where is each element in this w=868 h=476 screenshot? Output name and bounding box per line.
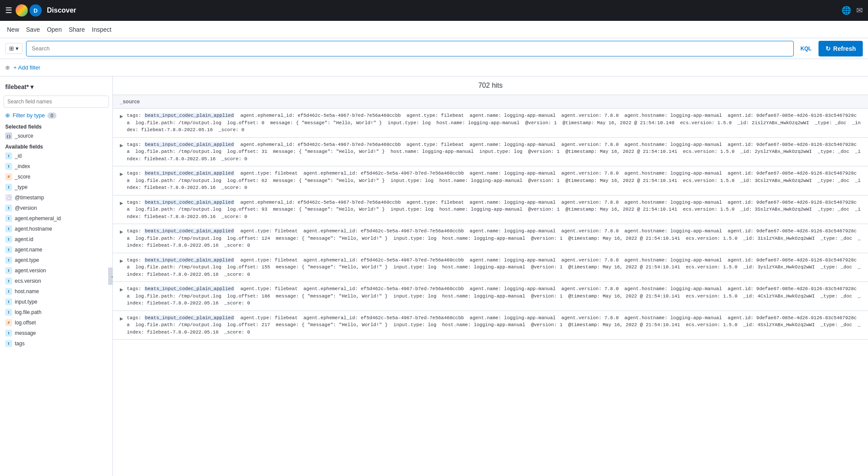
search-input[interactable]	[32, 45, 788, 52]
field-agent-id[interactable]: t agent.id	[0, 234, 112, 245]
row-content: tags: beats_input_codec_plain_applied ag…	[127, 257, 861, 278]
field-message[interactable]: t message	[0, 328, 112, 338]
refresh-button[interactable]: ↻ Refresh	[818, 41, 863, 56]
field-name-agent-ephemeral-id: agent.ephemeral_id	[15, 215, 107, 221]
field-name-agent-id: agent.id	[15, 236, 107, 242]
field-agent-version[interactable]: t agent.version	[0, 265, 112, 276]
index-pattern-dropdown[interactable]: filebeat* ▾	[0, 80, 112, 94]
pattern-name: filebeat*	[5, 83, 29, 90]
refresh-icon: ↻	[825, 45, 831, 52]
elastic-logo	[16, 4, 28, 17]
menu-inspect[interactable]: Inspect	[92, 24, 112, 35]
table-row: ▶ tags: beats_input_codec_plain_applied …	[113, 195, 868, 225]
field-icon-t: t	[5, 330, 12, 337]
table-row: ▶ tags: beats_input_codec_plain_applied …	[113, 282, 868, 311]
field-type[interactable]: t _type	[0, 182, 112, 192]
field-icon-t: t	[5, 267, 12, 274]
table-row: ▶ tags: beats_input_codec_plain_applied …	[113, 138, 868, 167]
field-icon-hash: #	[5, 173, 12, 180]
expand-row-button[interactable]: ▶	[120, 315, 123, 336]
field-agent-name[interactable]: t agent.name	[0, 245, 112, 255]
field-icon-t: t	[5, 257, 12, 264]
hamburger-icon[interactable]: ☰	[5, 6, 12, 15]
field-icon-t: t	[5, 236, 12, 243]
field-score[interactable]: # _score	[0, 172, 112, 182]
chevron-down-icon: ▾	[16, 45, 19, 52]
field-agent-hostname[interactable]: t agent.hostname	[0, 224, 112, 234]
field-id[interactable]: t _id	[0, 151, 112, 161]
field-version-at[interactable]: t @version	[0, 203, 112, 213]
field-name-log-file-path: log.file.path	[15, 309, 107, 315]
globe-icon[interactable]: 🌐	[842, 6, 851, 15]
kql-badge[interactable]: KQL	[797, 46, 815, 52]
results-hits-header: 702 hits	[113, 76, 868, 95]
expand-row-button[interactable]: ▶	[120, 200, 123, 221]
index-pattern-selector[interactable]: ⊞ ▾	[5, 43, 23, 54]
selected-field-source[interactable]: { } _source	[0, 131, 112, 141]
collapse-icon: ‹	[112, 273, 113, 280]
menu-share[interactable]: Share	[69, 24, 85, 35]
app-title: Discover	[47, 7, 76, 14]
hits-label: hits	[492, 82, 503, 89]
table-row: ▶ tags: beats_input_codec_plain_applied …	[113, 109, 868, 138]
field-host-name[interactable]: t host.name	[0, 286, 112, 297]
mail-icon[interactable]: ✉	[856, 6, 863, 15]
row-content: tags: beats_input_codec_plain_applied ag…	[127, 285, 861, 307]
menu-save[interactable]: Save	[26, 24, 40, 35]
field-icon-t: t	[5, 163, 12, 170]
expand-row-button[interactable]: ▶	[120, 113, 123, 134]
table-row: ▶ tags: beats_input_codec_plain_applied …	[113, 166, 868, 195]
filter-icon: ⊕	[5, 64, 10, 71]
field-search-input[interactable]	[3, 96, 109, 108]
field-index[interactable]: t _index	[0, 161, 112, 172]
row-content: tags: beats_input_codec_plain_applied ag…	[127, 228, 861, 249]
field-icon-t: t	[5, 225, 12, 232]
expand-row-button[interactable]: ▶	[120, 171, 123, 192]
field-tags[interactable]: t tags	[0, 338, 112, 349]
field-icon-t: t	[5, 205, 12, 212]
field-name-timestamp: @timestamp	[15, 195, 107, 201]
field-name-version-at: @version	[15, 205, 107, 211]
field-name-message: message	[15, 330, 107, 336]
field-icon-t: t	[5, 278, 12, 284]
field-name-score: _score	[15, 174, 107, 180]
field-agent-type[interactable]: t agent.type	[0, 255, 112, 265]
field-timestamp[interactable]: 🕐 @timestamp	[0, 192, 112, 203]
field-icon-hash: #	[5, 319, 12, 326]
field-name-ecs-version: ecs.version	[15, 278, 107, 284]
field-log-offset[interactable]: # log.offset	[0, 317, 112, 328]
field-icon-t: t	[5, 340, 12, 347]
source-field-name: _source	[15, 133, 33, 139]
field-name-input-type: input.type	[15, 299, 107, 305]
field-icon-clock: 🕐	[5, 194, 12, 201]
field-icon-t: t	[5, 184, 12, 191]
filter-by-type-label: Filter by type	[13, 112, 45, 119]
field-icon-t: t	[5, 288, 12, 295]
filter-by-type-btn[interactable]: ⊕ Filter by type 0	[0, 109, 112, 121]
field-agent-ephemeral-id[interactable]: t agent.ephemeral_id	[0, 213, 112, 224]
menu-open[interactable]: Open	[47, 24, 62, 35]
chevron-down-icon: ▾	[30, 83, 33, 90]
field-name-host-name: host.name	[15, 288, 107, 294]
sidebar-collapse-handle[interactable]: ‹	[108, 268, 113, 285]
field-ecs-version[interactable]: t ecs.version	[0, 276, 112, 286]
field-icon-t: t	[5, 298, 12, 305]
expand-row-button[interactable]: ▶	[120, 228, 123, 249]
filter-bar: ⊕ + Add filter	[0, 59, 868, 76]
add-filter-button[interactable]: + Add filter	[13, 64, 40, 71]
expand-row-button[interactable]: ▶	[120, 286, 123, 307]
menu-new[interactable]: New	[7, 24, 19, 35]
row-content: tags: beats_input_codec_plain_applied ag…	[127, 314, 861, 336]
field-icon-t: t	[5, 246, 12, 253]
field-name-log-offset: log.offset	[15, 320, 107, 326]
search-input-wrap	[26, 41, 794, 56]
field-log-file-path[interactable]: t log.file.path	[0, 307, 112, 317]
filter-count-badge: 0	[47, 112, 56, 119]
table-row: ▶ tags: beats_input_codec_plain_applied …	[113, 224, 868, 253]
expand-row-button[interactable]: ▶	[120, 258, 123, 278]
expand-row-button[interactable]: ▶	[120, 142, 123, 163]
field-icon-t: t	[5, 215, 12, 222]
row-content: tags: beats_input_codec_plain_applied ag…	[127, 141, 861, 163]
field-input-type[interactable]: t input.type	[0, 297, 112, 307]
field-name-agent-type: agent.type	[15, 257, 107, 263]
